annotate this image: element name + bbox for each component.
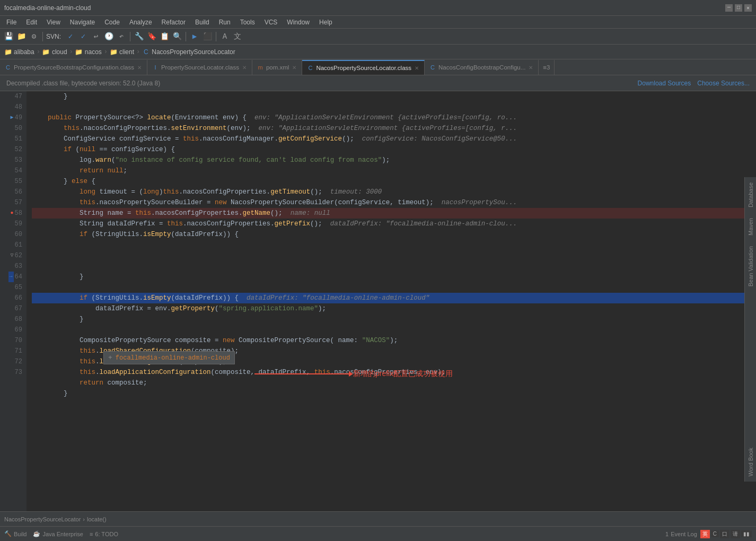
tab-nacospsl[interactable]: C NacosPropertySourceLocator.class ✕ [302, 60, 425, 75]
menu-refactor[interactable]: Refactor [157, 18, 190, 27]
settings-icon[interactable]: ⚙ [29, 31, 39, 42]
minimize-button[interactable]: ─ [725, 4, 733, 12]
event-icon: 1 [665, 531, 669, 537]
toolbar-separator2 [130, 32, 130, 41]
build-icon: 🔨 [4, 530, 12, 537]
tab-icon-5: C [429, 64, 436, 71]
code-line-72: return composite; [32, 378, 744, 388]
menu-file[interactable]: File [2, 18, 21, 27]
code-line-56: long timeout = ( long ) this .nacosConfi… [32, 187, 744, 197]
bc-class[interactable]: C NacosPropertySourceLocator [142, 48, 235, 56]
svn-undo-icon[interactable]: ↶ [116, 31, 127, 42]
code-line-54: return null ; [32, 165, 744, 176]
svn-label: SVN: [46, 33, 61, 40]
choose-sources-link[interactable]: Choose Sources... [697, 80, 750, 87]
code-line-50: this .nacosConfigProperties. setEnvironm… [32, 123, 744, 134]
tab-close-4[interactable]: ✕ [414, 65, 420, 71]
app-title: focalmedia-online-admin-cloud [4, 4, 91, 12]
bc-alibaba[interactable]: 📁 alibaba [4, 48, 34, 56]
tab-nacoscbc[interactable]: C NacosConfigBootstrapConfigu... ✕ [425, 60, 539, 75]
open-icon[interactable]: 📁 [16, 31, 27, 42]
tab-pom[interactable]: m pom.xml ✕ [252, 60, 302, 75]
maximize-button[interactable]: □ [735, 4, 742, 12]
maven-panel[interactable]: Maven [746, 213, 755, 241]
tab-more[interactable]: ≡3 [539, 60, 555, 75]
class-icon: C [142, 48, 150, 56]
popup-text: focallmedia-online-admin-cloud [116, 354, 230, 362]
arrow-line [254, 373, 350, 374]
bottom-bar-right: 1 Event Log 英 C 口 请 ▮▮ [665, 530, 752, 538]
code-line-73: } [32, 388, 744, 399]
svn-clock-icon[interactable]: 🕐 [103, 31, 114, 42]
folder-icon3: 📁 [75, 48, 83, 56]
bean-validation-panel[interactable]: Bean Validation [746, 241, 755, 292]
bookmark-icon[interactable]: 🔖 [146, 31, 157, 42]
menu-window[interactable]: Window [283, 18, 314, 27]
status-class: NacosPropertySourceLocator [4, 516, 81, 522]
todo-icon: ≡ [90, 531, 93, 537]
save-icon[interactable]: 💾 [3, 31, 14, 42]
bc-client[interactable]: 📁 client [110, 48, 134, 56]
tab-label-1: PropertySourceBootstrapConfiguration.cla… [14, 64, 134, 71]
menu-build[interactable]: Build [191, 18, 214, 27]
autocomplete-popup[interactable]: + focallmedia-online-admin-cloud [103, 351, 235, 364]
close-button[interactable]: ✕ [744, 4, 752, 12]
code-line-61 [32, 240, 744, 272]
copy-icon[interactable]: 📋 [159, 31, 170, 42]
window-controls[interactable]: ─ □ ✕ [725, 4, 752, 12]
svn-check1-icon[interactable]: ✓ [65, 31, 76, 42]
code-line-60: if (StringUtils. isEmpty (dataIdPrefix))… [32, 229, 744, 240]
database-panel[interactable]: Database [746, 177, 755, 213]
menu-code[interactable]: Code [100, 18, 124, 27]
breadcrumb: 📁 alibaba › 📁 cloud › 📁 nacos › 📁 client… [0, 45, 756, 59]
download-sources-link[interactable]: Download Sources [638, 80, 691, 87]
menu-help[interactable]: Help [315, 18, 337, 27]
bc-nacos[interactable]: 📁 nacos [75, 48, 102, 56]
decompiled-text: Decompiled .class file, bytecode version… [6, 80, 160, 87]
code-line-47: } [32, 91, 744, 102]
code-line-66: } [32, 314, 744, 325]
build-button[interactable]: 🔨 Build [4, 530, 27, 537]
tab-icon-1: C [4, 64, 12, 71]
tab-close-3[interactable]: ✕ [291, 64, 297, 71]
word-book-panel[interactable]: Word Book [746, 442, 755, 482]
tab-label-5: NacosConfigBootstrapConfigu... [438, 64, 525, 71]
todo-button[interactable]: ≡ 6: TODO [90, 531, 118, 537]
annotation-text: 新增的prefix配置已成功被使用 [353, 369, 453, 379]
toolbar: 💾 📁 ⚙ SVN: ✓ ✓ ↩ 🕐 ↶ 🔧 🔖 📋 🔍 ▶ ⬛ A 文 [0, 29, 756, 45]
stop-icon[interactable]: ⬛ [202, 31, 213, 42]
debugger-arrow-49: ▶ [11, 112, 14, 123]
tab-close-2[interactable]: ✕ [241, 64, 248, 71]
bc-nacos-label: nacos [85, 48, 102, 56]
ime-indicator: 英 C 口 请 ▮▮ [700, 530, 752, 538]
code-line-64: if (StringUtils. isEmpty (dataIdPrefix))… [32, 293, 744, 303]
svn-arrow-icon[interactable]: ↩ [91, 31, 101, 42]
code-content[interactable]: } public PropertySource<?> locate (Envir… [27, 91, 744, 511]
status-sep: › [83, 516, 85, 522]
translate1-icon[interactable]: A [219, 31, 230, 42]
bc-cloud[interactable]: 📁 cloud [42, 48, 67, 56]
translate2-icon[interactable]: 文 [232, 31, 243, 42]
svn-check2-icon[interactable]: ✓ [78, 31, 89, 42]
line-numbers: 47 48 ▶ 49 50 51 52 53 54 55 56 57 ● 58 … [0, 91, 27, 511]
java-enterprise-button[interactable]: ☕ Java Enterprise [33, 530, 83, 537]
event-log-button[interactable]: 1 Event Log [665, 531, 697, 537]
run-icon[interactable]: ▶ [189, 31, 200, 42]
tab-more-label: ≡3 [543, 64, 550, 71]
menu-tools[interactable]: Tools [236, 18, 259, 27]
menu-navigate[interactable]: Navigate [66, 18, 99, 27]
menu-analyze[interactable]: Analyze [125, 18, 156, 27]
menu-run[interactable]: Run [215, 18, 235, 27]
tab-psbconfig[interactable]: C PropertySourceBootstrapConfiguration.c… [0, 60, 147, 75]
tab-pslocator[interactable]: I PropertySourceLocator.class ✕ [147, 60, 252, 75]
tab-close-5[interactable]: ✕ [528, 64, 534, 71]
menu-edit[interactable]: Edit [22, 18, 41, 27]
tab-close-1[interactable]: ✕ [136, 64, 143, 71]
tab-icon-2: I [152, 64, 159, 71]
menu-vcs[interactable]: VCS [260, 18, 282, 27]
menu-view[interactable]: View [42, 18, 65, 27]
todo-label: 6: TODO [95, 531, 118, 537]
status-method: locate() [87, 516, 107, 522]
search-icon[interactable]: 🔍 [172, 31, 182, 42]
wrench-icon[interactable]: 🔧 [134, 31, 144, 42]
